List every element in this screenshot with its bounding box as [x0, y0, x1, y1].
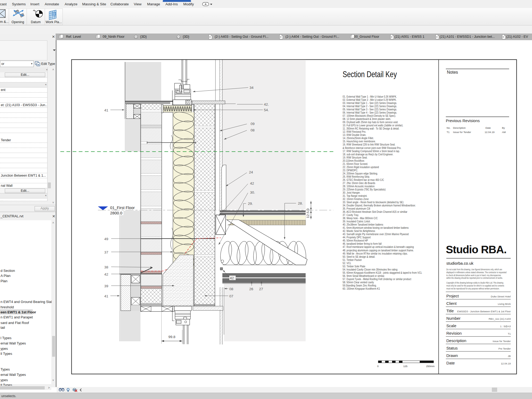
svg-text:54.: 54.	[264, 108, 269, 112]
svg-text:0: 0	[377, 365, 379, 368]
svg-text:28.: 28.	[298, 201, 303, 205]
svg-text:01_First Floor: 01_First Floor	[110, 205, 135, 210]
svg-text:07: 07	[229, 294, 233, 298]
svg-text:49: 49	[104, 237, 108, 241]
svg-text:41: 41	[104, 294, 108, 298]
svg-text:250mm: 250mm	[426, 365, 435, 368]
svg-text:08: 08	[229, 287, 233, 291]
svg-text:30.: 30.	[250, 190, 255, 194]
svg-text:125: 125	[403, 365, 408, 368]
svg-text:42: 42	[250, 181, 254, 185]
svg-text:37: 37	[104, 250, 108, 254]
svg-text:39: 39	[104, 284, 108, 288]
svg-text:29.: 29.	[248, 202, 253, 206]
svg-text:08: 08	[251, 128, 255, 132]
svg-text:09: 09	[251, 122, 255, 126]
svg-text:26: 26	[249, 287, 253, 291]
svg-text:24: 24	[249, 170, 253, 174]
svg-text:38: 38	[104, 265, 108, 269]
svg-text:1: 1	[35, 10, 36, 13]
svg-text:42.: 42.	[264, 102, 269, 106]
svg-text:27: 27	[259, 287, 263, 291]
svg-text:99.8: 99.8	[168, 335, 175, 339]
svg-text:42: 42	[104, 272, 108, 276]
svg-text:2800.0: 2800.0	[110, 211, 122, 215]
svg-text:41: 41	[104, 108, 108, 112]
svg-text:34: 34	[250, 86, 254, 90]
svg-text:12.5.0: 12.5.0	[306, 209, 310, 218]
svg-text:42: 42	[230, 276, 234, 280]
